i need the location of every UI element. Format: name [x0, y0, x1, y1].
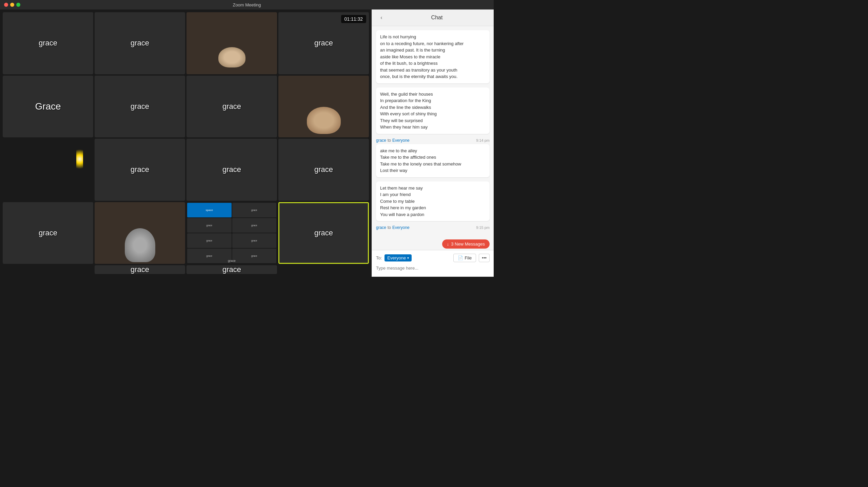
main-content: 01:11:32 grace grace grace Grace grace: [0, 9, 494, 277]
chat-input-field[interactable]: [376, 266, 490, 271]
participant-name: grace: [222, 265, 241, 274]
participant-name: grace: [222, 102, 241, 111]
chat-time: 9:15 pm: [476, 226, 490, 230]
mini-bottom-label: grace: [228, 259, 236, 262]
new-messages-bar: ↓ 3 New Messages: [376, 239, 490, 249]
chat-to-dropdown-value: Everyone: [387, 255, 406, 260]
chat-message-text: Life is not hurryingon to a receding fut…: [380, 34, 463, 79]
participant-name: grace: [39, 229, 57, 237]
chat-title: Chat: [386, 15, 488, 21]
chat-message-meta: grace to Everyone 9:15 pm: [376, 225, 490, 230]
chat-message-text: Well, the guild their housesIn preparati…: [380, 92, 437, 130]
close-button[interactable]: [4, 3, 8, 7]
chat-file-button[interactable]: 📄 File: [453, 254, 476, 262]
participant-name: grace: [39, 39, 57, 47]
video-area: 01:11:32 grace grace grace Grace grace: [0, 9, 372, 277]
chat-time: 9:14 pm: [476, 138, 490, 142]
participant-name: grace: [131, 102, 149, 111]
video-cell[interactable]: grace: [95, 12, 185, 74]
timer-badge: 01:11:32: [341, 15, 367, 23]
video-cell[interactable]: grace: [95, 76, 185, 138]
traffic-lights: [4, 3, 20, 7]
video-cell-empty: [3, 265, 93, 274]
new-messages-label: 3 New Messages: [451, 241, 485, 247]
chat-message-bubble: ake me to the alleyTake me to the afflic…: [376, 144, 490, 177]
chevron-down-icon: ▾: [407, 256, 409, 260]
participant-name: grace: [314, 165, 333, 174]
new-messages-arrow-icon: ↓: [447, 241, 449, 247]
chat-more-button[interactable]: •••: [479, 254, 490, 262]
maximize-button[interactable]: [16, 3, 20, 7]
chat-message-bubble: Let them hear me sayI am your friendCome…: [376, 181, 490, 221]
chat-to-name: Everyone: [392, 138, 410, 143]
video-cell-mini-grid[interactable]: space grace grace grace grace grace grac…: [186, 202, 277, 264]
participant-name: grace: [131, 39, 149, 47]
chat-message-user: grace to Everyone 9:14 pm ake me to the …: [376, 138, 490, 177]
mini-cell-space: space: [187, 203, 232, 217]
chat-to-dropdown[interactable]: Everyone ▾: [384, 254, 412, 261]
mini-cell: grace: [187, 233, 232, 248]
chat-to-name: Everyone: [392, 225, 410, 230]
chat-to-label: to: [388, 225, 391, 230]
video-cell[interactable]: grace: [95, 139, 185, 201]
chat-panel: ‹ Chat Life is not hurryingon to a reced…: [372, 9, 494, 277]
video-cell-person1[interactable]: [186, 12, 277, 74]
mini-cell: grace: [187, 218, 232, 233]
chat-sender: grace: [376, 225, 386, 230]
mini-cell: grace: [232, 203, 277, 217]
video-grid: grace grace grace Grace grace grace: [3, 12, 369, 274]
video-cell[interactable]: grace: [3, 202, 93, 264]
video-cell-person3[interactable]: [278, 76, 369, 138]
chat-message-bubble: Life is not hurryingon to a receding fut…: [376, 30, 490, 83]
mini-grid-inner: space grace grace grace grace grace grac…: [187, 203, 276, 264]
minimize-button[interactable]: [10, 3, 14, 7]
chat-header: ‹ Chat: [372, 9, 494, 26]
video-cell[interactable]: grace: [186, 265, 277, 274]
chat-message-user-partial: grace to Everyone 9:15 pm: [376, 225, 490, 231]
participant-name: grace: [131, 265, 149, 274]
chat-messages: Life is not hurryingon to a receding fut…: [372, 26, 494, 238]
video-cell[interactable]: grace: [95, 265, 185, 274]
chat-message-bubble: Well, the guild their housesIn preparati…: [376, 87, 490, 134]
window-title: Zoom Meeting: [233, 2, 261, 7]
chat-collapse-button[interactable]: ‹: [377, 14, 386, 22]
more-icon: •••: [482, 255, 487, 260]
video-cell-person2[interactable]: [3, 139, 93, 201]
chat-to-label: to: [388, 138, 391, 143]
mini-cell: grace: [232, 218, 277, 233]
chat-to-label-static: To:: [376, 255, 382, 260]
video-cell-highlighted[interactable]: grace: [278, 202, 369, 264]
participant-name: grace: [222, 165, 241, 174]
mini-cell: grace: [187, 249, 232, 263]
video-cell[interactable]: grace: [186, 139, 277, 201]
mini-cell: grace: [232, 233, 277, 248]
mini-cell: grace: [232, 249, 277, 263]
video-cell[interactable]: Grace: [3, 76, 93, 138]
chat-message-text: Let them hear me sayI am your friendCome…: [380, 186, 426, 217]
participant-name: Grace: [35, 101, 61, 112]
participant-name: grace: [131, 165, 149, 174]
file-icon: 📄: [458, 255, 463, 260]
chat-to-line: To: Everyone ▾ 📄 File •••: [376, 254, 490, 262]
new-messages-button[interactable]: ↓ 3 New Messages: [442, 239, 490, 249]
video-cell[interactable]: grace: [186, 76, 277, 138]
chat-message-meta: grace to Everyone 9:14 pm: [376, 138, 490, 143]
chat-message-text: ake me to the alleyTake me to the afflic…: [380, 148, 461, 173]
video-cell-empty: [278, 265, 369, 274]
chat-input-area: To: Everyone ▾ 📄 File •••: [372, 250, 494, 277]
participant-name: grace: [314, 39, 333, 47]
video-cell[interactable]: grace: [3, 12, 93, 74]
video-cell[interactable]: grace: [278, 139, 369, 201]
titlebar: Zoom Meeting: [0, 0, 494, 9]
participant-name: grace: [314, 229, 333, 237]
chat-sender: grace: [376, 138, 386, 143]
video-cell-person4[interactable]: [95, 202, 185, 264]
